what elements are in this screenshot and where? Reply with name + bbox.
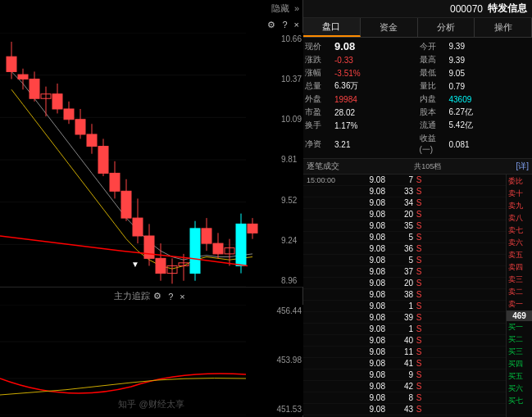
close-icon-bottom[interactable]: × bbox=[180, 292, 184, 301]
trade-type: S bbox=[413, 405, 425, 414]
trade-type: S bbox=[413, 221, 425, 230]
sell4: 卖四 bbox=[507, 261, 532, 274]
info-row-3: 涨幅 -3.51% 最低 9.05 bbox=[303, 66, 532, 79]
trade-type: S bbox=[413, 175, 425, 184]
trade-price: 9.08 bbox=[354, 290, 385, 299]
inner-label: 内盘 bbox=[420, 93, 449, 105]
trade-price: 9.08 bbox=[354, 359, 385, 368]
trade-row: 9.0811S bbox=[303, 347, 506, 358]
trade-type: S bbox=[413, 370, 425, 379]
tab-zijin[interactable]: 资金 bbox=[361, 18, 418, 37]
trade-price: 9.08 bbox=[354, 279, 385, 288]
trade-vol: 8 bbox=[385, 393, 413, 402]
trade-type: S bbox=[413, 336, 425, 345]
trade-header-title: 逐笔成交 bbox=[307, 161, 339, 172]
tab-pankou[interactable]: 盘口 bbox=[303, 18, 361, 37]
buy4: 买四 bbox=[507, 358, 532, 370]
info-row-4: 总量 6.36万 量比 0.79 bbox=[303, 79, 532, 93]
price-label-1: 10.66 bbox=[281, 34, 302, 43]
nav-value: 3.21 bbox=[334, 140, 350, 149]
trade-vol: 39 bbox=[385, 313, 413, 322]
buy1: 买一 bbox=[507, 321, 532, 333]
trade-type: S bbox=[413, 256, 425, 265]
settings-icon-bottom[interactable]: ⚙ bbox=[153, 291, 161, 301]
trade-type: S bbox=[413, 267, 425, 276]
inner-value: 43609 bbox=[449, 95, 472, 104]
trade-row: 9.0835S bbox=[303, 220, 506, 232]
trade-price: 9.08 bbox=[354, 324, 385, 333]
hide-button[interactable]: 隐藏 bbox=[271, 2, 289, 15]
settings-icon[interactable]: ⚙ bbox=[267, 20, 275, 30]
volume-value: 6.36万 bbox=[334, 80, 358, 92]
high-label: 最高 bbox=[420, 54, 449, 66]
main-container: 隐藏 » ⚙ ? × 10.66 10.37 10.09 9.81 9.52 9… bbox=[0, 0, 532, 417]
info-row-5: 外盘 19984 内盘 43609 bbox=[303, 93, 532, 106]
arrow-right-icon: » bbox=[294, 3, 299, 13]
bottom-label-2: 453.98 bbox=[276, 356, 302, 365]
open-row: 今开 9.39 bbox=[418, 39, 533, 53]
trade-price: 9.08 bbox=[354, 393, 385, 402]
today-open-value: 9.39 bbox=[449, 42, 465, 51]
price-label-5: 9.52 bbox=[281, 196, 302, 205]
tab-fenxi[interactable]: 分析 bbox=[418, 18, 475, 37]
main-chart-area: 10.66 10.37 10.09 9.81 9.52 9.24 8.96 bbox=[0, 33, 303, 287]
trade-type: S bbox=[413, 393, 425, 402]
outer-label: 外盘 bbox=[305, 93, 334, 105]
trade-and-sb: 15:00:009.087S9.0833S9.0834S9.0820S9.083… bbox=[303, 175, 532, 417]
trade-price: 9.08 bbox=[354, 198, 385, 207]
info-row-2: 涨跌 -0.33 最高 9.39 bbox=[303, 53, 532, 66]
vol-ratio-row: 量比 0.79 bbox=[418, 79, 533, 93]
stock-name: 特发信息 bbox=[488, 2, 527, 16]
buy6: 买六 bbox=[507, 383, 532, 395]
trade-row: 9.081S bbox=[303, 324, 506, 335]
trade-price: 9.08 bbox=[354, 244, 385, 253]
trade-row: 9.0836S bbox=[303, 243, 506, 255]
bottom-chart bbox=[0, 305, 275, 415]
tab-caozuo[interactable]: 操作 bbox=[475, 18, 532, 37]
info-section: 现价 9.08 今开 9.39 涨跌 -0.33 最高 9.39 bbox=[303, 38, 532, 158]
pe-label: 市盈 bbox=[305, 107, 334, 118]
question-icon[interactable]: ? bbox=[282, 20, 287, 29]
trade-row: 9.0838S bbox=[303, 289, 506, 301]
trade-price: 9.08 bbox=[354, 313, 385, 322]
trade-price: 9.08 bbox=[354, 370, 385, 379]
trade-vol: 41 bbox=[385, 359, 413, 368]
trade-vol: 42 bbox=[385, 382, 413, 391]
trade-type: S bbox=[413, 301, 425, 310]
trade-vol: 40 bbox=[385, 336, 413, 345]
turnover-label: 换手 bbox=[305, 120, 334, 131]
change-pct-row: 涨幅 -3.51% bbox=[303, 66, 418, 79]
stock-code: 000070 bbox=[450, 3, 483, 15]
question-icon-bottom[interactable]: ? bbox=[168, 292, 173, 301]
price-labels: 10.66 10.37 10.09 9.81 9.52 9.24 8.96 bbox=[281, 33, 302, 287]
bottom-label-3: 451.53 bbox=[276, 405, 302, 414]
trade-type: S bbox=[413, 198, 425, 207]
trade-vol: 1 bbox=[385, 301, 413, 310]
weibiao-label: 委比 bbox=[507, 175, 532, 188]
info-row-8: 净资 3.21 收益(一) 0.081 bbox=[303, 132, 532, 156]
trade-type: S bbox=[413, 233, 425, 242]
outer-row: 外盘 19984 bbox=[303, 93, 418, 106]
inner-row: 内盘 43609 bbox=[418, 93, 533, 106]
low-label: 最低 bbox=[420, 67, 449, 79]
trade-detail-link[interactable]: [详] bbox=[516, 161, 529, 172]
price-label-7: 8.96 bbox=[281, 276, 302, 285]
close-icon[interactable]: × bbox=[294, 20, 299, 29]
trade-type: S bbox=[413, 347, 425, 356]
bottom-label-1: 456.44 bbox=[276, 306, 302, 315]
trade-row: 9.081S bbox=[303, 301, 506, 312]
change-pct-label: 涨幅 bbox=[305, 67, 334, 79]
info-row-7: 换手 1.17% 流通 5.42亿 bbox=[303, 119, 532, 132]
trade-price: 9.08 bbox=[354, 175, 385, 184]
sell8: 卖八 bbox=[507, 212, 532, 224]
price-label-4: 9.81 bbox=[281, 155, 302, 164]
trade-vol: 5 bbox=[385, 256, 413, 265]
price-row: 现价 9.08 bbox=[303, 39, 418, 53]
today-open-label: 今开 bbox=[420, 41, 449, 52]
trade-type: S bbox=[413, 187, 425, 196]
sell-buy-sidebar: 委比 卖十 卖九 卖八 卖七 卖六 卖五 卖四 卖三 卖二 卖一 469 买一 … bbox=[506, 175, 532, 417]
trade-row: 9.0820S bbox=[303, 209, 506, 220]
trade-vol: 20 bbox=[385, 279, 413, 288]
nav-row: 净资 3.21 bbox=[303, 132, 418, 156]
vol-ratio-value: 0.79 bbox=[449, 82, 465, 91]
